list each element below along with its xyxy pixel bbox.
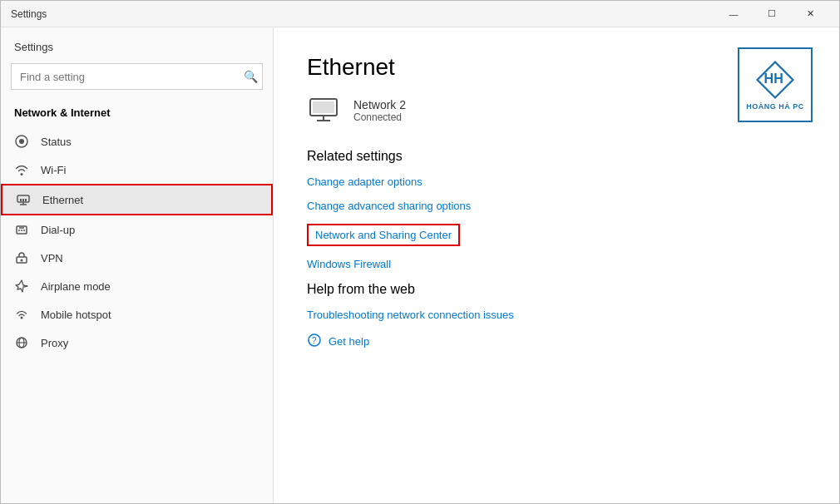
page-title: Ethernet [307, 54, 806, 81]
close-button[interactable]: ✕ [791, 1, 829, 27]
window-title: Settings [11, 8, 714, 20]
search-input[interactable] [11, 63, 263, 90]
get-help-label: Get help [329, 335, 369, 348]
network-info: Network 2 Connected [353, 98, 406, 123]
svg-point-9 [18, 230, 20, 231]
svg-text:HH: HH [764, 71, 783, 86]
airplane-icon [14, 279, 29, 294]
sidebar-item-wifi[interactable]: Wi-Fi [1, 156, 273, 184]
ethernet-icon [16, 192, 31, 207]
svg-rect-4 [22, 199, 24, 201]
svg-text:?: ? [312, 336, 317, 345]
sidebar-item-label: Status [41, 136, 72, 148]
svg-point-15 [21, 317, 23, 319]
sidebar-item-label: Mobile hotspot [41, 309, 111, 321]
help-section-title: Help from the web [307, 282, 806, 297]
status-icon [14, 134, 29, 149]
network-status: Connected [353, 111, 406, 123]
proxy-icon [14, 335, 29, 350]
search-box: 🔍 [11, 63, 263, 90]
sidebar-item-label: Airplane mode [41, 280, 111, 293]
get-help-item[interactable]: ? Get help [307, 333, 806, 350]
sidebar-item-vpn[interactable]: VPN [1, 244, 273, 272]
change-adapter-link[interactable]: Change adapter options [307, 175, 806, 188]
sidebar-item-label: Dial-up [41, 224, 75, 236]
network-computer-icon [307, 97, 340, 124]
svg-rect-5 [25, 199, 27, 201]
hotspot-icon [14, 307, 29, 322]
minimize-button[interactable]: — [714, 1, 753, 27]
svg-point-14 [21, 259, 23, 262]
sidebar: Settings 🔍 Network & Internet Status [1, 27, 274, 503]
sidebar-section-title: Network & Internet [1, 103, 273, 127]
svg-point-1 [19, 139, 24, 144]
sidebar-item-hotspot[interactable]: Mobile hotspot [1, 300, 273, 329]
sidebar-item-ethernet[interactable]: Ethernet [1, 184, 273, 215]
sidebar-item-label: VPN [41, 252, 63, 264]
logo-badge: HH HOÀNG HÀ PC [738, 47, 813, 122]
related-settings-title: Related settings [307, 149, 806, 164]
content-area: Settings 🔍 Network & Internet Status [1, 27, 839, 503]
sidebar-item-airplane[interactable]: Airplane mode [1, 272, 273, 300]
window-controls: — ☐ ✕ [714, 1, 829, 27]
network-sharing-center-link[interactable]: Network and Sharing Center [307, 224, 460, 246]
get-help-icon: ? [307, 333, 322, 350]
app-title: Settings [1, 34, 273, 63]
sidebar-item-proxy[interactable]: Proxy [1, 329, 273, 357]
windows-firewall-link[interactable]: Windows Firewall [307, 258, 806, 270]
svg-point-10 [21, 230, 22, 231]
sidebar-item-label: Proxy [41, 337, 68, 349]
troubleshoot-link[interactable]: Troubleshooting network connection issue… [307, 309, 806, 321]
search-icon[interactable]: 🔍 [244, 70, 258, 83]
sidebar-item-label: Ethernet [42, 194, 83, 206]
sidebar-item-dialup[interactable]: Dial-up [1, 215, 273, 244]
wifi-icon [14, 162, 29, 177]
dialup-icon [14, 222, 29, 237]
svg-rect-24 [313, 101, 334, 113]
network-name: Network 2 [353, 98, 406, 111]
sidebar-item-label: Wi-Fi [41, 164, 66, 176]
vpn-icon [14, 250, 29, 265]
svg-point-11 [23, 230, 25, 231]
change-sharing-link[interactable]: Change advanced sharing options [307, 200, 806, 212]
sidebar-item-status[interactable]: Status [1, 127, 273, 156]
network-item: Network 2 Connected [307, 97, 806, 124]
logo-diamond: HH [754, 59, 796, 101]
logo-text: HOÀNG HÀ PC [746, 102, 804, 111]
main-content: HH HOÀNG HÀ PC Ethernet Network [274, 27, 839, 503]
maximize-button[interactable]: ☐ [753, 1, 791, 27]
title-bar: Settings — ☐ ✕ [1, 1, 839, 27]
svg-rect-3 [20, 199, 22, 201]
settings-window: Settings — ☐ ✕ Settings 🔍 Network & Inte… [0, 0, 840, 504]
